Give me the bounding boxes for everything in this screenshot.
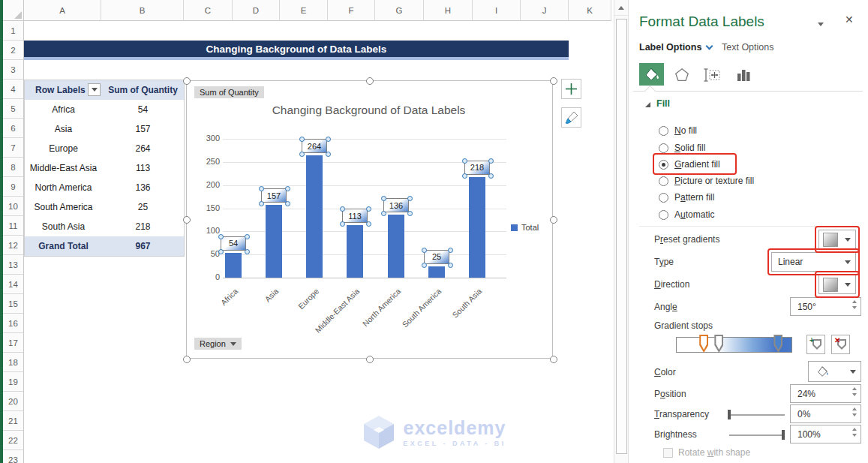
chart-title[interactable]: Changing Background of Data Labels bbox=[202, 104, 536, 117]
fill-option-picture-or-texture-fill[interactable]: Picture or texture fill bbox=[659, 173, 754, 188]
transparency-slider[interactable] bbox=[729, 414, 785, 416]
scrollbar-thumb[interactable] bbox=[616, 19, 627, 454]
pivot-filter-button[interactable] bbox=[88, 83, 101, 96]
data-label-South America[interactable]: 25 bbox=[424, 250, 449, 264]
data-label-handle[interactable] bbox=[218, 234, 224, 239]
column-header-I[interactable]: I bbox=[473, 0, 521, 21]
row-header-20[interactable]: 20 bbox=[3, 392, 24, 411]
chart-selection-handle[interactable] bbox=[550, 77, 557, 85]
pivot-row[interactable]: North America136 bbox=[25, 178, 184, 197]
chart-bar-Middle-East Asia[interactable] bbox=[347, 225, 363, 278]
fill-section-collapse-icon[interactable] bbox=[645, 102, 650, 107]
rotate-with-shape-checkbox[interactable] bbox=[663, 448, 673, 458]
chart-selection-handle[interactable] bbox=[550, 356, 557, 363]
brightness-slider-thumb[interactable] bbox=[782, 430, 785, 440]
data-label-Europe[interactable]: 264 bbox=[302, 139, 327, 153]
pivot-row[interactable]: Middle-East Asia113 bbox=[25, 158, 184, 178]
data-label-Asia[interactable]: 157 bbox=[261, 188, 287, 203]
data-label-handle[interactable] bbox=[422, 248, 427, 253]
data-label-North America[interactable]: 136 bbox=[383, 198, 409, 212]
radio-button[interactable] bbox=[659, 126, 668, 136]
column-header-K[interactable]: K bbox=[569, 0, 611, 21]
chart-selection-handle[interactable] bbox=[550, 216, 557, 224]
color-dropdown[interactable] bbox=[808, 361, 861, 382]
chart-selection-handle[interactable] bbox=[183, 356, 191, 363]
row-header-18[interactable]: 18 bbox=[3, 353, 24, 372]
fill-option-automatic[interactable]: Automatic bbox=[659, 207, 714, 222]
row-header-5[interactable]: 5 bbox=[3, 99, 24, 119]
row-header-4[interactable]: 4 bbox=[3, 80, 24, 99]
brightness-slider[interactable] bbox=[729, 434, 785, 436]
tab-label-options[interactable]: Label Options bbox=[639, 42, 712, 53]
row-header-22[interactable]: 22 bbox=[3, 431, 24, 450]
row-header-13[interactable]: 13 bbox=[3, 255, 24, 275]
radio-button[interactable] bbox=[659, 143, 668, 153]
chart-selection-handle[interactable] bbox=[183, 216, 191, 224]
column-header-B[interactable]: B bbox=[101, 0, 184, 21]
data-label-handle[interactable] bbox=[381, 196, 386, 201]
data-label-handle[interactable] bbox=[299, 152, 305, 157]
chart-elements-button[interactable] bbox=[561, 79, 581, 99]
worksheet-title-banner[interactable]: Changing Background of Data Labels bbox=[24, 41, 569, 57]
brightness-spinner[interactable]: 100% bbox=[790, 425, 861, 443]
data-label-handle[interactable] bbox=[245, 249, 250, 254]
data-label-handle[interactable] bbox=[259, 201, 264, 206]
select-all-corner[interactable] bbox=[3, 0, 24, 21]
data-label-handle[interactable] bbox=[366, 221, 371, 227]
chart-legend[interactable]: Total bbox=[511, 223, 539, 232]
chart-field-button-values[interactable]: Sum of Quantity bbox=[194, 86, 264, 98]
transparency-spinner[interactable]: 0% bbox=[790, 404, 861, 423]
row-header-17[interactable]: 17 bbox=[3, 333, 24, 353]
radio-button[interactable] bbox=[659, 210, 668, 220]
data-label-handle[interactable] bbox=[462, 173, 467, 179]
data-label-handle[interactable] bbox=[488, 158, 494, 164]
pivot-row[interactable]: South Asia218 bbox=[25, 217, 184, 236]
row-header-11[interactable]: 11 bbox=[3, 216, 24, 236]
pivot-row[interactable]: Africa54 bbox=[25, 100, 184, 119]
chart-styles-button[interactable] bbox=[561, 107, 581, 128]
column-header-C[interactable]: C bbox=[184, 0, 233, 21]
row-header-9[interactable]: 9 bbox=[3, 177, 24, 197]
chart-object[interactable]: Sum of Quantity Changing Background of D… bbox=[186, 80, 553, 359]
row-header-14[interactable]: 14 bbox=[3, 275, 24, 294]
data-label-handle[interactable] bbox=[407, 211, 413, 216]
radio-button[interactable] bbox=[659, 176, 668, 186]
tab-effects[interactable] bbox=[672, 65, 692, 85]
chart-bar-Europe[interactable] bbox=[306, 155, 323, 278]
pivot-row[interactable]: Europe264 bbox=[25, 139, 184, 158]
chart-selection-handle[interactable] bbox=[366, 77, 374, 85]
fill-option-no-fill[interactable]: No fill bbox=[659, 123, 697, 138]
chart-bar-South Asia[interactable] bbox=[469, 177, 485, 278]
row-header-1[interactable]: 1 bbox=[3, 21, 24, 41]
data-label-handle[interactable] bbox=[326, 137, 331, 142]
row-header-2[interactable]: 2 bbox=[3, 41, 24, 60]
pivot-row[interactable]: Asia157 bbox=[25, 119, 184, 139]
radio-button[interactable] bbox=[659, 193, 668, 203]
spinner-arrows[interactable] bbox=[852, 300, 857, 309]
tab-label-options-icon[interactable] bbox=[734, 65, 753, 85]
fill-option-pattern-fill[interactable]: Pattern fill bbox=[659, 190, 714, 205]
data-label-handle[interactable] bbox=[488, 173, 494, 179]
row-header-6[interactable]: 6 bbox=[3, 119, 24, 138]
data-label-handle[interactable] bbox=[462, 158, 467, 164]
pivot-value-header[interactable]: Sum of Quantity bbox=[102, 85, 184, 95]
data-label-handle[interactable] bbox=[299, 137, 305, 142]
column-header-H[interactable]: H bbox=[424, 0, 473, 21]
column-header-A[interactable]: A bbox=[24, 0, 101, 21]
row-header-3[interactable]: 3 bbox=[3, 60, 24, 80]
data-label-handle[interactable] bbox=[326, 152, 331, 157]
spinner-arrows[interactable] bbox=[852, 428, 857, 437]
data-label-Middle-East Asia[interactable]: 113 bbox=[342, 209, 368, 223]
data-label-handle[interactable] bbox=[259, 186, 264, 191]
column-header-G[interactable]: G bbox=[375, 0, 424, 21]
data-label-handle[interactable] bbox=[407, 196, 413, 201]
tab-text-options[interactable]: Text Options bbox=[722, 42, 773, 53]
spinner-arrows[interactable] bbox=[852, 387, 857, 396]
data-label-handle[interactable] bbox=[245, 234, 250, 239]
data-label-handle[interactable] bbox=[340, 206, 345, 212]
tab-size-and-properties[interactable] bbox=[702, 65, 722, 85]
row-header-21[interactable]: 21 bbox=[3, 411, 24, 431]
column-header-E[interactable]: E bbox=[280, 0, 328, 21]
data-label-handle[interactable] bbox=[366, 206, 371, 212]
spinner-arrows[interactable] bbox=[852, 407, 857, 416]
